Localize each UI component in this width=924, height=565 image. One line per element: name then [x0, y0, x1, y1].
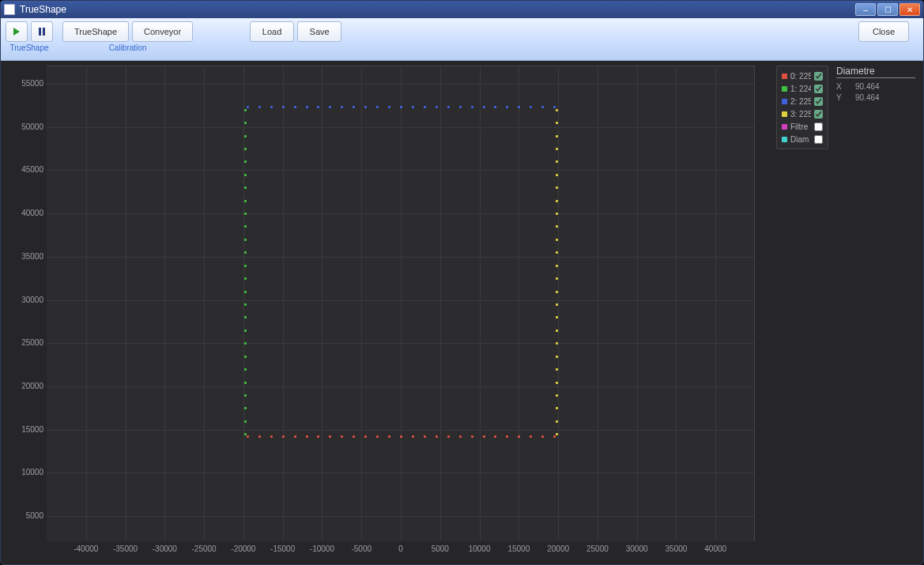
y-tick-label: 35000 [9, 251, 43, 260]
data-point [244, 303, 247, 306]
close-button[interactable]: Close [858, 21, 909, 42]
data-point [556, 265, 558, 267]
data-point [244, 186, 247, 189]
y-tick-label: 30000 [9, 295, 43, 303]
x-tick-label: 35000 [660, 544, 692, 553]
y-tick-label: 25000 [9, 338, 43, 347]
data-point [294, 435, 296, 438]
x-tick-label: 15000 [503, 544, 534, 553]
legend-item-3[interactable]: 3: 2255 [782, 107, 823, 120]
legend-box: 0: 22521: 22492: 22503: 2255FiltreDiam [776, 66, 828, 149]
data-point [556, 174, 558, 176]
y-tick-label: 50000 [9, 122, 43, 130]
data-point [317, 106, 319, 108]
legend-checkbox[interactable] [814, 72, 823, 81]
data-point [341, 435, 343, 438]
data-point [244, 291, 247, 293]
data-point [388, 435, 390, 438]
ribbon-toolbar: TrueShape TrueShape Conveyor Calibration… [1, 18, 923, 61]
data-point [518, 106, 520, 108]
legend-checkbox[interactable] [814, 122, 823, 131]
group-label-calibration: Calibration [109, 43, 147, 53]
load-button[interactable]: Load [250, 21, 294, 42]
y-tick-label: 20000 [9, 381, 43, 390]
legend-item-2[interactable]: 2: 2250 [782, 95, 823, 107]
data-point [556, 239, 558, 241]
x-tick-label: 0 [385, 544, 417, 553]
data-point [364, 435, 367, 438]
data-point [412, 435, 414, 438]
conveyor-button[interactable]: Conveyor [132, 21, 193, 42]
legend-label: 2: 2250 [790, 97, 811, 106]
data-point [244, 433, 247, 435]
window-close-button[interactable]: ✕ [899, 3, 920, 16]
legend-swatch-icon [782, 124, 787, 130]
data-point [244, 239, 247, 241]
content-area: -40000-35000-30000-25000-20000-15000-100… [1, 61, 923, 564]
data-point [483, 106, 485, 108]
legend-item-5[interactable]: Diam [782, 133, 823, 145]
data-point [459, 106, 462, 108]
data-point [556, 394, 558, 397]
x-tick-label: 40000 [700, 544, 731, 553]
titlebar[interactable]: TrueShape – ☐ ✕ [1, 1, 923, 18]
x-tick-label: 20000 [542, 544, 574, 553]
data-point [556, 277, 558, 280]
x-tick-label: -15000 [267, 544, 299, 553]
legend-label: 0: 2252 [790, 72, 811, 81]
data-point [412, 106, 414, 108]
data-point [556, 148, 558, 150]
save-button[interactable]: Save [297, 21, 341, 42]
pause-button[interactable] [31, 21, 53, 42]
data-point [376, 435, 379, 438]
data-point [244, 200, 247, 202]
data-point [270, 106, 273, 108]
data-point [388, 106, 390, 108]
legend-checkbox[interactable] [814, 85, 823, 93]
play-button[interactable] [6, 21, 28, 42]
play-icon [13, 28, 20, 36]
data-point [244, 148, 247, 150]
data-point [400, 435, 402, 438]
y-tick-label: 5000 [9, 511, 43, 520]
data-point [244, 368, 247, 371]
legend-checkbox[interactable] [814, 97, 823, 106]
x-tick-label: -30000 [149, 544, 180, 553]
pause-icon [39, 28, 45, 36]
x-tick-label: -35000 [110, 544, 141, 553]
x-tick-label: -40000 [70, 544, 102, 553]
legend-checkbox[interactable] [814, 110, 823, 119]
data-point [376, 106, 379, 108]
legend-swatch-icon [782, 111, 787, 117]
minimize-button[interactable]: – [855, 3, 876, 16]
legend-item-0[interactable]: 0: 2252 [782, 70, 823, 82]
data-point [541, 435, 544, 438]
x-tick-label: 10000 [464, 544, 496, 553]
group-close: Close [858, 21, 909, 53]
trueshape-button[interactable]: TrueShape [62, 21, 129, 42]
app-window: TrueShape – ☐ ✕ TrueShape TrueShape Conv… [0, 0, 924, 565]
legend-item-1[interactable]: 1: 2249 [782, 82, 823, 95]
legend-item-4[interactable]: Filtre [782, 120, 823, 133]
data-point [436, 106, 438, 108]
data-point [244, 382, 247, 384]
data-point [306, 106, 308, 108]
legend-swatch-icon [782, 99, 787, 104]
diametre-x-value: 90.464 [855, 81, 880, 92]
plot-area[interactable]: -40000-35000-30000-25000-20000-15000-100… [9, 66, 761, 562]
data-point [556, 291, 558, 293]
data-point [353, 106, 355, 108]
data-point [258, 106, 261, 108]
data-point [556, 433, 558, 435]
data-point [471, 435, 473, 438]
data-point [341, 106, 343, 108]
data-point [556, 420, 558, 423]
data-point [247, 106, 249, 108]
plot-canvas[interactable] [47, 66, 755, 541]
data-point [282, 106, 285, 108]
app-icon [4, 4, 15, 15]
data-point [518, 435, 520, 438]
x-tick-label: 30000 [621, 544, 653, 553]
legend-checkbox[interactable] [814, 135, 823, 144]
maximize-button[interactable]: ☐ [877, 3, 898, 16]
